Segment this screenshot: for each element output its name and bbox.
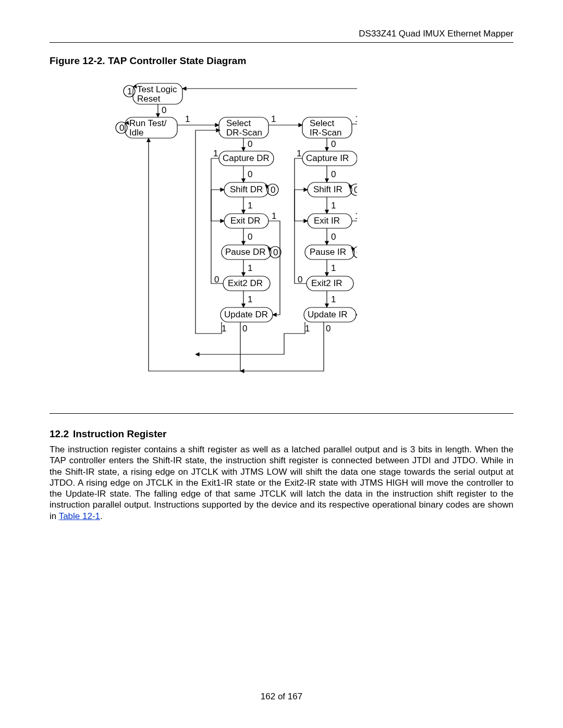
header-doc-title: DS33Z41 Quad IMUX Ethernet Mapper (50, 29, 513, 43)
svg-text:DR-Scan: DR-Scan (226, 128, 262, 138)
svg-text:Idle: Idle (129, 128, 143, 138)
state-test-logic-reset-l1: Test Logic (137, 84, 177, 94)
svg-text:Update DR: Update DR (224, 310, 268, 319)
svg-text:1: 1 (305, 324, 310, 334)
svg-text:Capture DR: Capture DR (223, 153, 270, 163)
svg-text:0: 0 (273, 248, 278, 257)
svg-text:1: 1 (222, 324, 226, 334)
body-pre: The instruction register contains a shif… (50, 445, 513, 521)
svg-text:Pause IR: Pause IR (310, 247, 346, 257)
section-number: 12.2 (50, 428, 69, 439)
body-post: . (100, 511, 103, 521)
svg-text:Shift DR: Shift DR (230, 184, 263, 194)
svg-text:0: 0 (248, 169, 252, 179)
svg-text:0: 0 (331, 139, 336, 149)
section-title: Instruction Register (73, 428, 166, 439)
svg-text:0: 0 (298, 275, 302, 285)
svg-text:0: 0 (248, 139, 252, 149)
svg-text:Select: Select (226, 118, 251, 128)
svg-text:Exit2 DR: Exit2 DR (228, 278, 263, 288)
svg-text:Exit DR: Exit DR (230, 216, 261, 226)
svg-text:1: 1 (213, 149, 218, 158)
svg-text:Exit2 IR: Exit2 IR (311, 278, 342, 288)
svg-text:1: 1 (297, 149, 301, 158)
svg-text:0: 0 (354, 185, 357, 195)
svg-text:1: 1 (127, 87, 132, 96)
svg-text:1: 1 (271, 114, 276, 124)
table-12-1-link[interactable]: Table 12-1 (59, 511, 100, 521)
svg-text:1: 1 (331, 201, 336, 211)
svg-text:Select: Select (310, 118, 335, 128)
svg-text:1: 1 (331, 294, 336, 304)
svg-text:Run Test/: Run Test/ (129, 118, 167, 128)
svg-text:IR-Scan: IR-Scan (310, 128, 341, 138)
svg-text:1: 1 (355, 211, 357, 221)
svg-text:Update IR: Update IR (308, 310, 348, 319)
svg-text:0: 0 (271, 185, 275, 195)
svg-text:0: 0 (357, 248, 357, 257)
figure-caption: Figure 12-2. TAP Controller State Diagra… (50, 55, 513, 67)
svg-text:0: 0 (326, 324, 331, 334)
svg-text:0: 0 (248, 232, 252, 242)
svg-text:1: 1 (355, 114, 357, 124)
svg-text:0: 0 (242, 324, 247, 334)
svg-text:1: 1 (248, 294, 252, 304)
svg-text:Capture IR: Capture IR (306, 153, 349, 163)
tap-state-diagram: Test Logic Reset Run Test/ Idle Select D… (86, 78, 357, 399)
page: DS33Z41 Quad IMUX Ethernet Mapper Figure… (0, 0, 563, 728)
section-heading: 12.2Instruction Register (50, 428, 513, 440)
svg-text:0: 0 (214, 275, 219, 285)
svg-text:0: 0 (331, 232, 336, 242)
svg-text:1: 1 (185, 114, 190, 124)
svg-text:0: 0 (162, 105, 166, 115)
svg-text:1: 1 (248, 201, 252, 211)
svg-text:0: 0 (119, 123, 124, 133)
page-footer: 162 of 167 (0, 692, 563, 702)
svg-text:1: 1 (272, 211, 276, 221)
svg-text:Shift IR: Shift IR (313, 184, 342, 194)
svg-text:Exit IR: Exit IR (314, 216, 340, 226)
svg-text:0: 0 (331, 169, 336, 179)
svg-text:Pause DR: Pause DR (225, 247, 265, 257)
figure-bottom-rule (50, 413, 513, 414)
svg-text:1: 1 (331, 263, 336, 273)
svg-text:1: 1 (248, 263, 252, 273)
section-body: The instruction register contains a shif… (50, 444, 513, 522)
svg-text:Reset: Reset (137, 94, 161, 104)
